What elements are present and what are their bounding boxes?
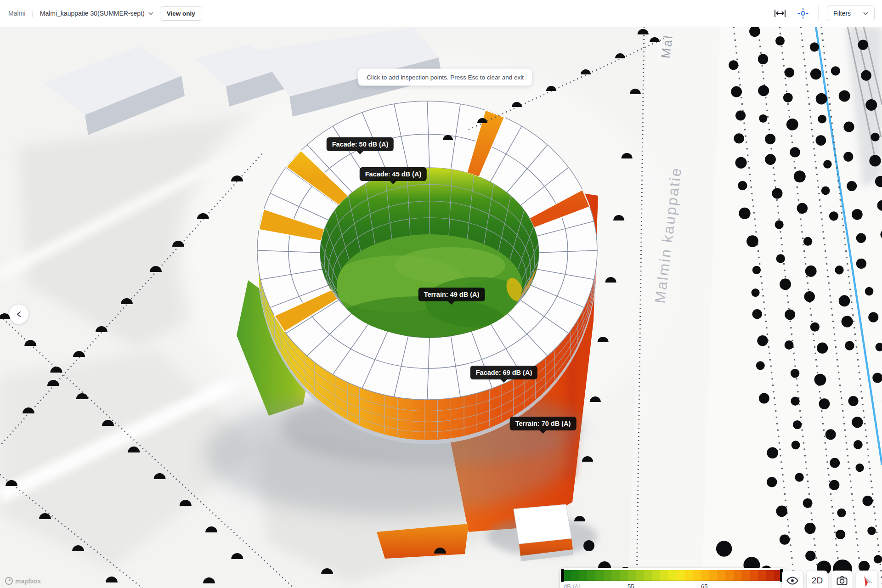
legend-color-step bbox=[604, 570, 612, 581]
legend-color-step bbox=[701, 570, 709, 581]
legend-color-step bbox=[620, 570, 628, 581]
filters-label: Filters bbox=[833, 10, 851, 17]
inspection-point[interactable]: Terrain: 49 dB (A) bbox=[418, 288, 485, 301]
legend-color-step bbox=[660, 570, 668, 581]
chevron-down-icon bbox=[863, 12, 868, 15]
toggle-2d-button[interactable]: 2D bbox=[807, 571, 828, 588]
legend-tick: 55 bbox=[628, 583, 634, 588]
legend-color-step bbox=[685, 570, 693, 581]
noise-scale-legend: dB (A) 5565 bbox=[560, 568, 786, 588]
legend-color-step bbox=[734, 570, 742, 581]
legend-color-step bbox=[758, 570, 766, 581]
top-bar: Malmi | Malmi_kauppatie 30(SUMMER-sept) … bbox=[0, 0, 882, 27]
mapbox-logo-text: mapbox bbox=[15, 577, 41, 585]
legend-color-step bbox=[677, 570, 685, 581]
chevron-down-icon bbox=[148, 12, 153, 15]
toolbar-divider bbox=[818, 6, 819, 21]
map-hint-tooltip: Click to add inspection points. Press Es… bbox=[358, 69, 532, 86]
toggle-visibility-button[interactable] bbox=[782, 571, 803, 588]
legend-color-step bbox=[595, 570, 604, 581]
inspection-point[interactable]: Facade: 69 dB (A) bbox=[470, 366, 537, 379]
breadcrumb-project[interactable]: Malmi bbox=[8, 10, 25, 17]
scenario-selector[interactable]: Malmi_kauppatie 30(SUMMER-sept) bbox=[40, 10, 153, 17]
legend-color-step bbox=[579, 570, 587, 581]
legend-min-handle[interactable] bbox=[561, 569, 564, 582]
eye-icon bbox=[786, 574, 799, 587]
inspection-crosshair-icon bbox=[797, 7, 809, 19]
scenario-name: Malmi_kauppatie 30(SUMMER-sept) bbox=[40, 10, 145, 17]
legend-unit-label: dB (A) bbox=[564, 583, 581, 588]
legend-color-step bbox=[611, 570, 620, 581]
measure-button[interactable] bbox=[772, 7, 788, 19]
legend-color-step bbox=[709, 570, 718, 581]
collapse-panel-button[interactable] bbox=[9, 305, 28, 324]
compass-reset-button[interactable] bbox=[856, 571, 877, 588]
map-viewport[interactable]: Malmin kauppatieMal Click to add inspect… bbox=[0, 27, 882, 588]
add-inspection-point-button[interactable] bbox=[796, 6, 810, 20]
map-canvas[interactable]: Malmin kauppatieMal bbox=[0, 27, 882, 588]
legend-color-step bbox=[628, 570, 636, 581]
legend-tick: 65 bbox=[701, 583, 707, 588]
inspection-point[interactable]: Facade: 50 dB (A) bbox=[327, 137, 394, 151]
legend-color-step bbox=[652, 570, 661, 581]
view-only-button[interactable]: View only bbox=[160, 6, 202, 21]
navigation-pointer-icon bbox=[858, 572, 876, 588]
camera-icon bbox=[836, 574, 848, 587]
legend-color-step bbox=[636, 570, 644, 581]
legend-color-step bbox=[725, 570, 734, 581]
inspection-point[interactable]: Facade: 45 dB (A) bbox=[360, 167, 427, 181]
mapbox-logo-icon bbox=[5, 577, 13, 585]
street-label: Mal bbox=[659, 34, 675, 59]
legend-color-step bbox=[571, 570, 579, 581]
breadcrumb: Malmi | Malmi_kauppatie 30(SUMMER-sept) … bbox=[0, 6, 202, 21]
legend-color-step bbox=[644, 570, 652, 581]
legend-color-step bbox=[693, 570, 701, 581]
measure-icon bbox=[773, 8, 787, 18]
legend-color-step bbox=[717, 570, 725, 581]
legend-color-step bbox=[741, 570, 750, 581]
legend-gradient-bar bbox=[563, 570, 782, 581]
chevron-left-icon bbox=[16, 311, 22, 317]
map-attribution[interactable]: mapbox bbox=[5, 577, 41, 585]
filters-dropdown[interactable]: Filters bbox=[827, 6, 875, 21]
legend-color-step bbox=[668, 570, 677, 581]
legend-color-step bbox=[750, 570, 758, 581]
legend-color-step bbox=[766, 570, 775, 581]
screenshot-button[interactable] bbox=[831, 571, 853, 588]
legend-color-step bbox=[587, 570, 595, 581]
inspection-point[interactable]: Terrain: 70 dB (A) bbox=[510, 417, 577, 430]
map-hint-text: Click to add inspection points. Press Es… bbox=[367, 74, 524, 81]
breadcrumb-separator: | bbox=[32, 10, 33, 17]
